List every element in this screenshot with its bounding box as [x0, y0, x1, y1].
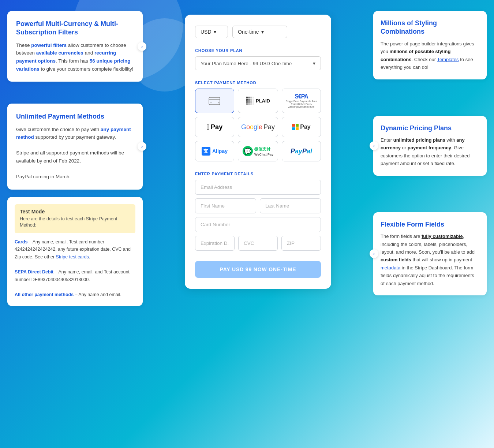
name-row — [195, 198, 321, 213]
stripe-test-cards-link[interactable]: Stripe test cards — [56, 254, 89, 260]
card-icon — [209, 97, 220, 105]
pm-sepa-button[interactable]: S€PA Single Euro Payments AreaEinheitlic… — [282, 89, 321, 113]
gpay-logo: Google Pay — [241, 123, 275, 131]
styling-title: Millions of Styling Combinations — [381, 19, 479, 36]
flexible-arrow[interactable]: ‹ — [370, 249, 378, 258]
multi-currency-arrow[interactable]: › — [138, 42, 146, 51]
payment-form: USD ▾ One-time ▾ CHOOSE YOUR PLAN Your P… — [185, 15, 331, 289]
test-mode-body: Cards – Any name, email, Test card numbe… — [15, 238, 135, 299]
pm-card-button[interactable] — [195, 89, 234, 113]
alipay-logo: 支 Alipay — [202, 147, 228, 156]
multi-currency-title: Powerful Multi-Currency & Multi-Subscrip… — [16, 20, 134, 37]
email-input[interactable] — [195, 180, 321, 195]
svg-rect-0 — [209, 97, 220, 105]
metadata-link[interactable]: metadata — [381, 265, 400, 270]
flexible-fields-title: Flexible Form Fields — [381, 220, 479, 229]
pm-wechat-button[interactable]: 💬 微信支付WeChat Pay — [238, 141, 278, 161]
right-column: Millions of Styling Combinations The pow… — [373, 11, 487, 306]
last-name-input[interactable] — [260, 198, 321, 213]
test-mode-banner-sub: Here are the details to test each Stripe… — [20, 216, 130, 229]
unlimited-payment-card: Unlimited Payment Methods Give customers… — [7, 104, 143, 190]
templates-link[interactable]: Templates — [437, 57, 459, 62]
first-name-input[interactable] — [195, 198, 256, 213]
styling-body: The power of page builder integrations g… — [381, 40, 479, 71]
sepa-logo: S€PA Single Euro Payments AreaEinheitlic… — [285, 93, 318, 108]
flexible-fields-body: The form fields are fully customizable, … — [381, 232, 479, 287]
test-mode-banner-title: Test Mode — [20, 209, 130, 214]
pricing-arrow[interactable]: ‹ — [370, 141, 378, 150]
frequency-selector[interactable]: One-time ▾ — [232, 26, 287, 38]
pricing-title: Dynamic Pricing Plans — [381, 124, 479, 132]
cvc-input[interactable] — [238, 236, 278, 251]
plan-name: Your Plan Name Here - 99 USD One-time — [201, 61, 292, 66]
pay-button[interactable]: PAY USD 99 NOW ONE-TIME — [195, 261, 321, 278]
wechat-logo: 💬 微信支付WeChat Pay — [243, 146, 273, 156]
plaid-logo: PLAID — [246, 97, 270, 105]
unlimited-payment-arrow[interactable]: › — [138, 142, 146, 151]
plaid-text: PLAID — [256, 98, 270, 104]
email-field-wrapper — [195, 180, 321, 195]
frequency-chevron: ▾ — [261, 29, 264, 35]
payment-method-label: SELECT PAYMENT METHOD — [195, 81, 321, 85]
pm-paypal-button[interactable]: PayPal — [282, 141, 321, 161]
plan-section-label: CHOOSE YOUR PLAN — [195, 48, 321, 53]
zip-input[interactable] — [281, 236, 321, 251]
currency-selector[interactable]: USD ▾ — [195, 26, 228, 38]
multi-currency-body: These powerful filters allow customers t… — [16, 41, 134, 73]
paypal-logo: PayPal — [291, 148, 312, 155]
flexible-fields-card: ‹ Flexible Form Fields The form fields a… — [373, 212, 487, 295]
plan-dropdown[interactable]: Your Plan Name Here - 99 USD One-time ▾ — [195, 56, 321, 70]
pm-applepay-button[interactable]:  Pay — [195, 117, 234, 137]
multi-currency-card: Powerful Multi-Currency & Multi-Subscrip… — [7, 11, 143, 82]
test-mode-card: Test Mode Here are the details to test e… — [7, 197, 143, 306]
frequency-value: One-time — [238, 29, 259, 35]
payment-details-label: ENTER PAYMENT DETAILS — [195, 172, 321, 176]
payment-methods-grid: PLAID S€PA Single Euro Payments AreaEinh… — [195, 89, 321, 161]
pricing-body: Enter unlimited pricing plans with any c… — [381, 136, 479, 168]
left-column: Powerful Multi-Currency & Multi-Subscrip… — [7, 11, 143, 306]
currency-chevron: ▾ — [214, 29, 216, 35]
currency-frequency-row: USD ▾ One-time ▾ — [195, 26, 321, 38]
test-mode-banner: Test Mode Here are the details to test e… — [15, 204, 135, 233]
card-details-row — [195, 236, 321, 251]
unlimited-payment-body: Give customers the choice to pay with an… — [16, 126, 134, 181]
plan-chevron: ▾ — [313, 60, 315, 66]
pm-mspay-button[interactable]: Pay — [282, 117, 321, 137]
pm-plaid-button[interactable]: PLAID — [238, 89, 278, 113]
mspay-logo: Pay — [292, 124, 310, 130]
pm-alipay-button[interactable]: 支 Alipay — [195, 141, 234, 161]
styling-card: Millions of Styling Combinations The pow… — [373, 11, 487, 79]
currency-value: USD — [201, 29, 212, 35]
card-number-field-wrapper — [195, 217, 321, 232]
pm-gpay-button[interactable]: Google Pay — [238, 117, 278, 137]
pricing-card: ‹ Dynamic Pricing Plans Enter unlimited … — [373, 116, 487, 176]
unlimited-payment-title: Unlimited Payment Methods — [16, 112, 134, 121]
apple-pay-logo:  Pay — [207, 123, 222, 131]
card-number-input[interactable] — [195, 217, 321, 232]
expiration-input[interactable] — [195, 236, 235, 251]
center-column: USD ▾ One-time ▾ CHOOSE YOUR PLAN Your P… — [150, 11, 366, 306]
